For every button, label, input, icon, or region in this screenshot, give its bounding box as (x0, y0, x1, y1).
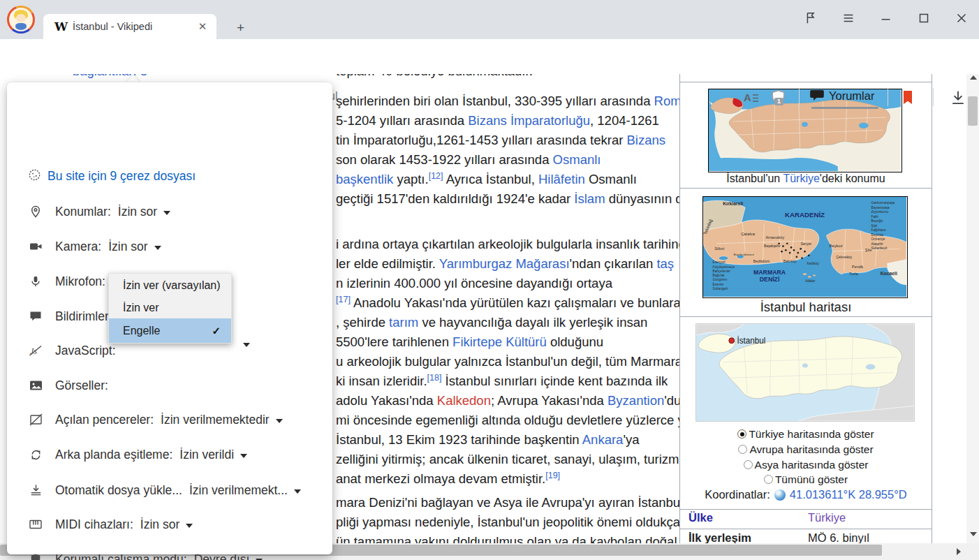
chevron-down-icon[interactable] (154, 246, 161, 250)
permission-value[interactable]: İzin verildi (179, 448, 234, 462)
map-radio-option[interactable]: Türkiye haritasında göster (680, 427, 932, 441)
svg-text:Kadıköy: Kadıköy (807, 262, 819, 265)
infobox-divider (679, 529, 932, 529)
svg-text:Başakşehir: Başakşehir (764, 244, 781, 248)
vertical-scroll-thumb[interactable] (968, 96, 978, 126)
map-radio-option[interactable]: Avrupa haritasında göster (680, 442, 932, 457)
wiki-link[interactable]: başkentlik (336, 172, 393, 186)
wiki-link[interactable]: Hilâfetin (538, 172, 585, 186)
globe-icon (774, 489, 786, 501)
svg-text:Bakırköy: Bakırköy (783, 260, 797, 263)
menu-icon[interactable] (838, 7, 859, 29)
radio-icon[interactable] (744, 460, 753, 469)
tab-title: İstanbul - Vikipedi (73, 21, 184, 32)
permission-value[interactable]: İzin sor (108, 240, 147, 254)
dropdown-item-label: İzin ver (varsayılan) (123, 279, 221, 292)
permission-label: Görseller: (55, 378, 108, 393)
svg-text:Sarıyer: Sarıyer (801, 242, 812, 246)
chevron-down-icon[interactable] (163, 211, 170, 215)
permission-value[interactable]: İzin sor (140, 517, 179, 532)
wiki-link[interactable]: Byzantion (608, 393, 664, 408)
permission-value[interactable]: Devre dışı (194, 552, 250, 560)
article-text: u arkeolojik bulgular yalnızca İstanbul'… (336, 354, 682, 369)
new-tab-button[interactable]: + (231, 18, 250, 37)
camera-icon (28, 239, 43, 254)
article-text: İstanbul sınırları içinde kent bazında i… (441, 374, 668, 388)
reference-link[interactable]: [19] (545, 471, 560, 480)
svg-text:Çatalca: Çatalca (741, 232, 756, 236)
svg-text:Kırklareli: Kırklareli (723, 201, 743, 206)
minimize-icon[interactable] (876, 7, 897, 29)
wiki-link[interactable]: Kalkedon (437, 393, 491, 408)
wiki-link[interactable]: taş (656, 256, 674, 271)
reference-link[interactable]: [17] (336, 295, 351, 304)
maximize-icon[interactable] (913, 7, 934, 29)
dropdown-item[interactable]: İzin ver (109, 297, 231, 318)
profile-avatar[interactable] (7, 6, 35, 34)
dropdown-item[interactable]: Engelle✓ (109, 318, 231, 343)
permission-row-javascript: JsJavaScript: (28, 341, 116, 360)
permission-label: Mikrofon: (55, 274, 105, 289)
wiki-link[interactable]: Bizans İmparatorluğu (468, 113, 590, 128)
svg-text:Pendik: Pendik (852, 265, 864, 269)
cookies-link[interactable]: Bu site için 9 çerez dosyası (47, 169, 196, 184)
svg-text:Kocaeli: Kocaeli (881, 271, 897, 276)
article-text: yaptı. (393, 172, 428, 186)
chevron-down-icon[interactable] (243, 343, 250, 347)
reference-link[interactable]: [12] (429, 171, 443, 181)
article-text-line: başkentlik yaptı.[12] Ayrıca İstanbul, H… (336, 170, 637, 189)
chevron-down-icon[interactable] (186, 524, 193, 528)
scroll-right-arrow[interactable] (957, 548, 961, 555)
chevron-down-icon[interactable] (240, 454, 247, 458)
permission-row-korumali-mod: Korumalı çalışma modu:Devre dışı (28, 550, 263, 560)
infobox-row-value[interactable]: Türkiye (808, 511, 846, 524)
infobox-row-label: Ülke (689, 511, 713, 524)
article-text: 5-1204 yılları arasında (336, 113, 468, 128)
svg-text:Esenler: Esenler (713, 283, 724, 286)
vertical-scrollbar[interactable] (966, 67, 979, 543)
map2-caption: İstanbul haritası (680, 300, 932, 315)
article-text-line: zelliğini yitirmiş; ancak ülkenin ticare… (336, 450, 683, 469)
map-radio-option[interactable]: Asya haritasında göster (680, 457, 932, 472)
radio-selected-icon[interactable] (737, 429, 746, 439)
permission-value[interactable]: İzin verilmemektedir (161, 413, 270, 427)
scroll-up-arrow[interactable] (970, 75, 977, 80)
wiki-link[interactable]: tarım (389, 315, 418, 330)
wiki-link[interactable]: Osmanlı (553, 152, 601, 167)
radio-icon[interactable] (738, 445, 747, 454)
istanbul-districts-map[interactable]: KırklareliTekirdağKARADENİZÇatalcaSilivr… (702, 196, 908, 298)
svg-text:Büyükçekmece: Büyükçekmece (733, 253, 754, 256)
map-radio-option[interactable]: Tümünü göster (680, 472, 932, 487)
bookmark-icon[interactable] (898, 88, 918, 108)
wiki-link[interactable]: Ankara (582, 432, 624, 447)
location-icon (28, 204, 43, 219)
coordinates-link[interactable]: 41.013611°K 28.955°D (790, 488, 907, 501)
permission-value[interactable]: İzin verilmemekt... (189, 483, 288, 498)
close-icon[interactable] (951, 7, 972, 29)
infobox: İstanbul'un Türkiye'deki konumu (679, 67, 932, 560)
article-text-line: geçtiği 1517'den kaldırıldığı 1924'e kad… (336, 189, 690, 209)
wiki-link[interactable]: Yarımburgaz Mağarası (439, 256, 570, 271)
wiki-link[interactable]: Bizans (626, 133, 665, 147)
article-text-line: son olarak 1453-1922 yılları arasında Os… (336, 150, 601, 170)
scroll-down-arrow[interactable] (970, 532, 977, 536)
wiki-link[interactable]: Fikirtepe Kültürü (452, 334, 547, 349)
reference-link[interactable]: [18] (427, 373, 442, 383)
turkey-light-locator-map[interactable]: İstanbul (695, 323, 915, 422)
flag-icon[interactable] (800, 7, 821, 29)
cookies-link-row[interactable]: Bu site için 9 çerez dosyası (28, 167, 196, 185)
wiki-link[interactable]: İslam (574, 191, 605, 206)
article-text-line: anat merkezi olmaya devam etmiştir.[19] (336, 469, 560, 489)
tab-close-icon[interactable]: ✕ (196, 20, 209, 34)
dropdown-item[interactable]: İzin ver (varsayılan) (109, 274, 231, 297)
article-text: geçtiği 1517'den kaldırıldığı 1924'e kad… (336, 191, 574, 206)
browser-tab[interactable]: W İstanbul - Vikipedi ✕ (43, 14, 216, 39)
images-icon (28, 378, 43, 393)
turkiye-link[interactable]: Türkiye (783, 172, 819, 184)
permission-value[interactable]: İzin sor (118, 205, 157, 219)
reader-mode-icon[interactable]: A (742, 88, 761, 108)
download-icon[interactable] (948, 88, 968, 108)
chevron-down-icon[interactable] (294, 489, 301, 494)
chevron-down-icon[interactable] (276, 419, 283, 423)
radio-icon[interactable] (764, 475, 773, 484)
